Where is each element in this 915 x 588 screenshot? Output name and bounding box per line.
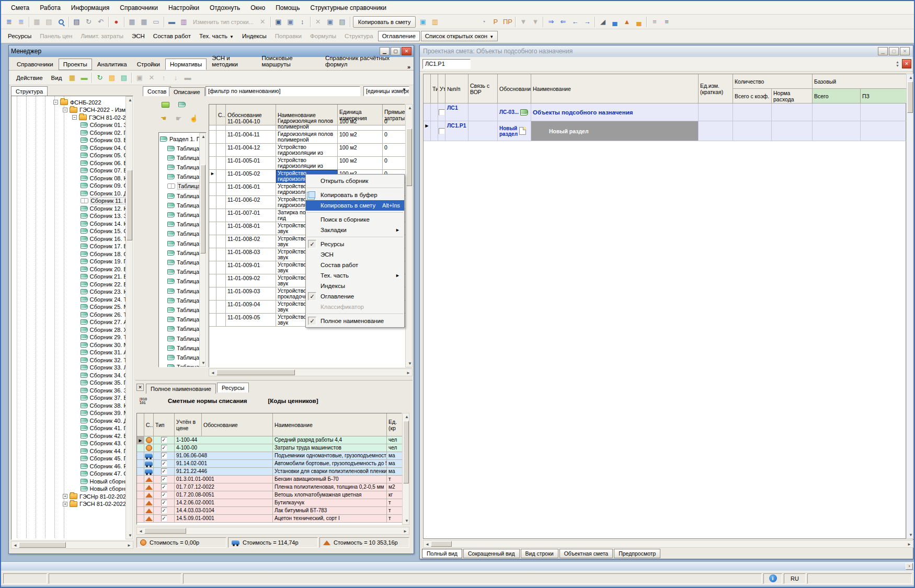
menu-Справочники[interactable]: Справочники: [115, 3, 163, 13]
resource-code-cell[interactable]: 91.14.02-001: [175, 460, 273, 468]
resource-type-cell[interactable]: [144, 491, 154, 499]
section-item[interactable]: Таблица: [167, 154, 204, 162]
context-menu-item-Копировать в смету[interactable]: Копировать в сметуAlt+Ins: [306, 200, 404, 211]
resources-col-header[interactable]: Обоснование: [202, 413, 273, 436]
tree-item[interactable]: Новый сборник (Р.: [77, 477, 129, 485]
checkbox-checked-icon[interactable]: ✓: [161, 476, 167, 482]
view-Индексы[interactable]: Индексы: [238, 31, 270, 41]
manager-tab-Поисковые маршруты[interactable]: Поисковые маршруты: [257, 52, 320, 70]
manager-menu-Вид[interactable]: Вид: [47, 73, 66, 83]
tree-item[interactable]: Сборник 12. Кровл: [77, 204, 129, 212]
resources-col-header[interactable]: Учтён в цене: [175, 413, 202, 436]
estimate-col-header[interactable]: ПЗ: [861, 89, 907, 103]
section-item[interactable]: Таблица: [167, 258, 204, 266]
norm-code-cell[interactable]: 11-01-008-01: [226, 222, 276, 235]
tree-item[interactable]: Сборник 36. Земля: [77, 386, 129, 394]
row-flag-cell[interactable]: [216, 131, 226, 144]
estimate-table[interactable]: ТиУт№п/пСвязь с ВОРОбоснованиеНаименован…: [423, 74, 906, 539]
tree-item[interactable]: Сборник 07. Бетон: [77, 167, 129, 175]
context-menu-item-Копировать в буфер[interactable]: Копировать в буфер: [306, 190, 404, 200]
norm-unit-cell[interactable]: 100 м2: [338, 131, 383, 144]
resource-code-cell[interactable]: 01.3.01.01-0001: [175, 476, 273, 483]
materials-filter-icon[interactable]: ▲: [621, 16, 633, 28]
units-dropdown-arrow[interactable]: ▼: [402, 87, 406, 92]
estimate-col-header[interactable]: Всего с коэф.: [733, 89, 772, 103]
unit-cell[interactable]: [699, 121, 733, 141]
norm-name-cell[interactable]: Устройство гидроизоляции из полиэтиленов…: [276, 144, 338, 157]
section-item[interactable]: Таблица: [167, 363, 204, 367]
tree-hscrollbar[interactable]: ◄ ►: [11, 541, 133, 549]
included-checkbox-cell[interactable]: ✓: [154, 452, 175, 460]
qty-norm-cell[interactable]: [772, 103, 813, 121]
spin-buttons[interactable]: ▲▼: [896, 60, 899, 67]
resource-unit-cell[interactable]: т: [387, 499, 403, 507]
tree-item[interactable]: Сборник 41. Гидро: [77, 424, 129, 432]
view-tab-Полный вид[interactable]: Полный вид: [422, 549, 462, 558]
ut-checkbox-cell[interactable]: [438, 103, 445, 121]
resource-type-cell[interactable]: [144, 460, 154, 468]
included-checkbox-cell[interactable]: ✓: [154, 499, 175, 507]
section-item[interactable]: Таблица: [167, 287, 204, 295]
manager-tab-ЭСН и методики[interactable]: ЭСН и методики: [207, 52, 256, 70]
resource-name-cell[interactable]: Затраты труда машинистов: [273, 444, 387, 452]
row-flag-cell[interactable]: [216, 222, 226, 235]
tree-item[interactable]: Сборник 26. Тепло: [77, 310, 129, 318]
norm-name-cell[interactable]: Гидроизоляция полов полимерной мастикой …: [276, 118, 338, 131]
position-combo[interactable]: ЛС1.Р1: [422, 59, 471, 69]
unit-cell[interactable]: [699, 103, 733, 121]
section-item[interactable]: Таблица: [167, 316, 204, 324]
tree-item[interactable]: Сборник 47. Озеле: [77, 470, 129, 478]
view-tab-Объектная смета[interactable]: Объектная смета: [559, 549, 613, 558]
ut-checkbox-cell[interactable]: [438, 121, 445, 141]
resources-col-header[interactable]: Наименование: [273, 413, 387, 436]
resource-code-cell[interactable]: 91.21.22-446: [175, 468, 273, 476]
tree-item[interactable]: +ГЭСНр 81-02-2022. См: [63, 492, 129, 500]
context-menu-item-Тех. часть[interactable]: Тех. часть►: [306, 270, 404, 281]
section-item[interactable]: Таблица: [167, 230, 204, 238]
norm-code-cell[interactable]: 11-01-005-02: [226, 170, 276, 183]
resource-unit-cell[interactable]: кг: [387, 491, 403, 499]
qty-total-cell[interactable]: [733, 103, 772, 121]
row-marker[interactable]: [137, 499, 144, 507]
resources-col-header[interactable]: Тип: [154, 413, 175, 436]
delete-row-icon[interactable]: ✕: [257, 16, 269, 28]
estimate-col-header[interactable]: Обоснование: [498, 74, 531, 103]
tree-item[interactable]: Сборник 35. Горно: [77, 379, 129, 387]
base-total-cell[interactable]: [813, 121, 861, 141]
expand-icon[interactable]: +: [63, 502, 67, 506]
section-item[interactable]: Таблица: [167, 306, 204, 314]
lock-icon[interactable]: ●: [110, 16, 122, 28]
cut-icon[interactable]: ✕: [312, 16, 324, 28]
tree-panel-icon[interactable]: ≣: [3, 16, 15, 28]
view-tab-Предпросмотр[interactable]: Предпросмотр: [614, 549, 660, 558]
resource-unit-cell[interactable]: ма: [387, 460, 403, 468]
estimate-hscrollbar[interactable]: ◄ ►: [423, 540, 913, 548]
section-item[interactable]: Таблица: [167, 278, 204, 285]
row-flag-cell[interactable]: [216, 209, 226, 222]
section-item[interactable]: Таблица: [167, 201, 204, 209]
included-checkbox-cell[interactable]: ✓: [154, 483, 175, 491]
tree-item[interactable]: Сборник 11. Полы: [77, 197, 129, 205]
view-ЭСН[interactable]: ЭСН: [128, 31, 148, 41]
tree-item[interactable]: Сборник 18. Отопл: [77, 250, 129, 258]
row-flag-cell[interactable]: [216, 274, 226, 287]
tree-item[interactable]: Сборник 15. Отдел: [77, 227, 129, 235]
tree-item[interactable]: Сборник 24. Тепло: [77, 295, 129, 303]
tree-item[interactable]: Сборник 44. Подво: [77, 447, 129, 455]
norm-code-cell[interactable]: 11-01-004-11: [226, 131, 276, 144]
vor-link-cell[interactable]: [468, 103, 498, 121]
norm-unit-cell[interactable]: 100 м2: [338, 118, 383, 131]
resource-code-cell[interactable]: 1-100-44: [175, 436, 273, 444]
resource-code-cell[interactable]: 14.2.06.02-0001: [175, 499, 273, 507]
new-doc-icon[interactable]: ▤: [106, 72, 118, 84]
move-up-icon[interactable]: ↑: [157, 72, 169, 84]
estimate-col-header[interactable]: Базовый: [813, 74, 907, 89]
tree-item[interactable]: Сборник 14. Конст: [77, 220, 129, 227]
view-Ресурсы[interactable]: Ресурсы: [4, 31, 35, 41]
outdent-icon[interactable]: ←: [569, 16, 581, 28]
tree-item[interactable]: Сборник 20. Венти: [77, 265, 129, 273]
name-cell[interactable]: Новый раздел: [531, 121, 699, 141]
manager-tab-Аналитика[interactable]: Аналитика: [93, 59, 132, 70]
tree-item[interactable]: Сборник 29. Тонне: [77, 333, 129, 341]
checkbox-icon[interactable]: [439, 109, 445, 116]
